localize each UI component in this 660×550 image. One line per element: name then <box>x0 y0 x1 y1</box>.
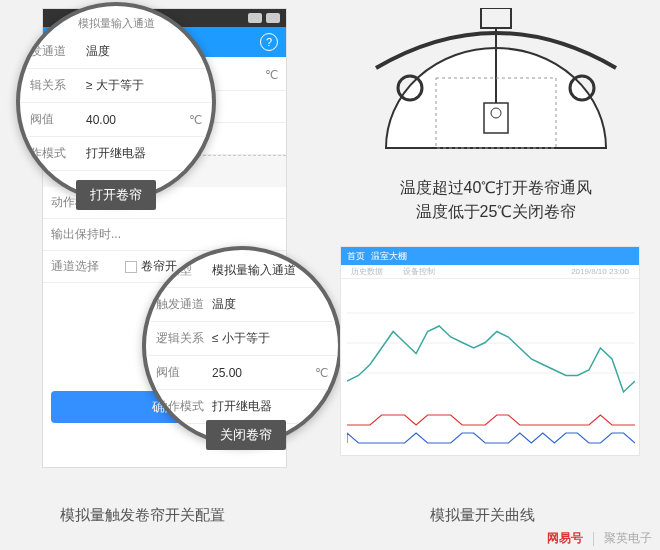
page-footer: 网易号 聚英电子 <box>547 530 652 547</box>
help-icon[interactable]: ? <box>260 33 278 51</box>
wifi-icon <box>248 13 262 23</box>
crumb-device[interactable]: 温室大棚 <box>371 250 407 263</box>
greenhouse-diagram <box>366 8 626 168</box>
dome-caption-1: 温度超过40℃打开卷帘通风 <box>340 176 652 200</box>
tab-control[interactable]: 设备控制 <box>403 266 435 277</box>
magnifier-bottom: 发类型模拟量输入通道 触发通道温度 逻辑关系≤ 小于等于 阀值25.00℃ 动作… <box>142 246 342 446</box>
tab-history[interactable]: 历史数据 <box>351 266 383 277</box>
lens-top-tag: 打开卷帘 <box>76 180 156 210</box>
temperature-line-chart <box>347 293 635 403</box>
relay-state-chart <box>347 411 635 447</box>
crumb-home[interactable]: 首页 <box>347 250 365 263</box>
lens-bot-relation[interactable]: ≤ 小于等于 <box>212 330 328 347</box>
lens-bot-channel[interactable]: 温度 <box>212 296 328 313</box>
dome-caption-2: 温度低于25℃关闭卷帘 <box>340 200 652 224</box>
magnifier-top: 模拟量输入通道 发通道温度 辑关系≥ 大于等于 阀值40.00℃ 作模式打开继电… <box>16 2 216 202</box>
chart-header: 首页 温室大棚 <box>341 247 639 265</box>
lens-top-threshold[interactable]: 40.00 <box>86 113 189 127</box>
lens-bot-mode[interactable]: 打开继电器 <box>212 398 328 415</box>
lens-top-relation[interactable]: ≥ 大于等于 <box>86 77 202 94</box>
threshold-unit: ℃ <box>265 68 278 82</box>
lens-bot-type[interactable]: 模拟量输入通道 <box>212 262 328 279</box>
author-name: 聚英电子 <box>604 530 652 547</box>
lens-bot-threshold[interactable]: 25.00 <box>212 366 315 380</box>
channel-sel-label: 通道选择 <box>51 258 125 275</box>
svg-rect-2 <box>481 8 511 28</box>
left-caption: 模拟量触发卷帘开关配置 <box>60 506 225 525</box>
lens-bottom-tag: 关闭卷帘 <box>206 420 286 450</box>
chart-date: 2019/8/10 23:00 <box>571 267 629 276</box>
output-hold-label: 输出保持时... <box>51 226 125 243</box>
brand-logo: 网易号 <box>547 530 583 547</box>
lens-top-channel[interactable]: 温度 <box>86 43 202 60</box>
lens-top-mode[interactable]: 打开继电器 <box>86 145 202 162</box>
chart-panel: 首页 温室大棚 历史数据 设备控制 2019/8/10 23:00 <box>340 246 640 456</box>
chart-caption: 模拟量开关曲线 <box>430 506 535 525</box>
battery-icon <box>266 13 280 23</box>
